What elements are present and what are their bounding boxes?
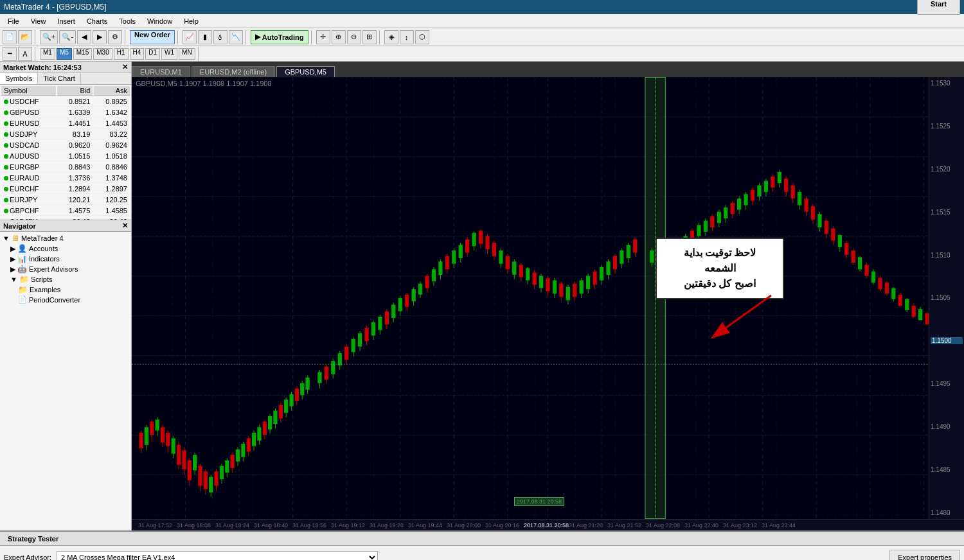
market-watch-row[interactable]: GBPCHF 1.4575 1.4585 xyxy=(1,206,130,216)
svg-line-284 xyxy=(726,295,771,328)
tf-m5[interactable]: M5 xyxy=(57,48,72,60)
svg-rect-56 xyxy=(209,477,213,493)
market-watch-row[interactable]: EURCHF 1.2894 1.2897 xyxy=(1,184,130,194)
svg-rect-220 xyxy=(751,189,754,200)
tf-w1[interactable]: W1 xyxy=(161,48,177,60)
tf-m15[interactable]: M15 xyxy=(73,48,92,60)
zoom-out-btn[interactable]: ⊖ xyxy=(347,30,361,44)
market-watch-row[interactable]: USDCAD 0.9620 0.9624 xyxy=(1,141,130,150)
bottom-panel-header: Strategy Tester Start xyxy=(0,532,964,546)
market-watch-row[interactable]: USDCHF 0.8921 0.8925 xyxy=(1,97,130,107)
line-tool[interactable]: ━ xyxy=(3,47,17,61)
mw-bid: 1.2894 xyxy=(57,184,93,194)
zoom-out-chart[interactable]: 🔍- xyxy=(59,30,76,44)
market-watch-row[interactable]: EURUSD 1.4451 1.4453 xyxy=(1,119,130,128)
st-row-expert: Expert Advisor: 2 MA Crosses Mega filter… xyxy=(4,550,960,560)
zoom-in-btn[interactable]: ⊕ xyxy=(332,30,346,44)
open-btn[interactable]: 📂 xyxy=(18,30,32,44)
indicator-btn[interactable]: 📈 xyxy=(183,30,197,44)
tsep1 xyxy=(35,47,37,61)
new-chart-btn[interactable]: 📄 xyxy=(3,30,17,44)
tf-m30[interactable]: M30 xyxy=(93,48,112,60)
tf-h4[interactable]: H4 xyxy=(130,48,145,60)
chart-canvas[interactable]: GBPUSD,M5 1.1907 1.1908 1.1907 1.1908 xyxy=(132,77,964,519)
nav-examples[interactable]: 📁 Examples xyxy=(0,284,131,295)
new-order-button[interactable]: New Order xyxy=(130,30,175,44)
nav-root[interactable]: ▼ 🖥 MetaTrader 4 xyxy=(0,233,131,243)
tab-tick-chart[interactable]: Tick Chart xyxy=(38,73,81,84)
mw-ask: 1.3748 xyxy=(94,173,130,183)
market-watch-row[interactable]: GBPUSD 1.6339 1.6342 xyxy=(1,108,130,118)
scroll-left[interactable]: ◀ xyxy=(77,30,91,44)
navigator-close[interactable]: ✕ xyxy=(122,222,128,230)
tf-mn[interactable]: MN xyxy=(179,48,195,60)
tf-d1[interactable]: D1 xyxy=(145,48,160,60)
market-watch-row[interactable]: AUDUSD 1.0515 1.0518 xyxy=(1,152,130,161)
period-sep-btn[interactable]: ⊞ xyxy=(362,30,377,44)
svg-rect-106 xyxy=(358,333,362,347)
market-watch-row[interactable]: USDJPY 83.19 83.22 xyxy=(1,130,130,139)
menu-tools[interactable]: Tools xyxy=(114,16,141,26)
zoom-in-chart[interactable]: 🔍+ xyxy=(40,30,58,44)
tf-m1[interactable]: M1 xyxy=(40,48,55,60)
menu-insert[interactable]: Insert xyxy=(52,16,80,26)
svg-rect-188 xyxy=(633,240,637,253)
svg-rect-174 xyxy=(586,276,590,290)
nav-accounts[interactable]: ▶ 👤 Accounts xyxy=(0,243,131,254)
svg-rect-148 xyxy=(499,250,503,264)
mw-bid: 0.8921 xyxy=(57,97,93,107)
menu-file[interactable]: File xyxy=(3,16,24,26)
market-watch-row[interactable]: CADJPY 86.43 86.49 xyxy=(1,217,130,220)
nav-tree: ▼ 🖥 MetaTrader 4 ▶ 👤 Accounts ▶ 📊 Indica… xyxy=(0,232,131,306)
market-watch-close[interactable]: ✕ xyxy=(122,63,128,71)
chart-type-line[interactable]: 📉 xyxy=(229,30,243,44)
svg-rect-124 xyxy=(418,284,422,295)
menu-window[interactable]: Window xyxy=(142,16,177,26)
nav-scripts-icon: 📁 xyxy=(19,275,29,284)
crosshair-btn[interactable]: ✛ xyxy=(316,30,330,44)
text-tool[interactable]: A xyxy=(18,47,32,61)
svg-rect-266 xyxy=(905,299,909,310)
market-watch-scroll[interactable]: Symbol Bid Ask USDCHF 0.8921 0.8925 GBPU… xyxy=(0,85,131,220)
chart-tab-eurusd-m2[interactable]: EURUSD,M2 (offline) xyxy=(192,66,275,77)
arrow-btn[interactable]: ↕ xyxy=(400,30,414,44)
chart-type-bar[interactable]: ▮ xyxy=(198,30,212,44)
nav-accounts-arrow: ▶ xyxy=(10,245,15,253)
menu-help[interactable]: Help xyxy=(179,16,204,26)
chart-type-candle[interactable]: 🕯 xyxy=(213,30,228,44)
obj-btn[interactable]: ⬡ xyxy=(415,30,429,44)
expert-selector[interactable]: 2 MA Crosses Mega filter EA V1.ex4 xyxy=(57,551,378,560)
nav-scripts[interactable]: ▼ 📁 Scripts xyxy=(0,274,131,284)
st-start-button[interactable]: Start xyxy=(917,0,960,15)
ts-1: 31 Aug 17:52 xyxy=(138,522,177,529)
nav-accounts-icon: 👤 xyxy=(17,244,27,253)
expert-properties-button[interactable]: Expert properties xyxy=(889,550,960,560)
nav-examples-label: Examples xyxy=(30,286,60,293)
svg-rect-208 xyxy=(710,216,714,227)
props-btn[interactable]: ⚙ xyxy=(108,30,122,44)
svg-rect-62 xyxy=(225,460,229,473)
svg-rect-98 xyxy=(331,361,335,374)
nav-expert-advisors[interactable]: ▶ 🤖 Expert Advisors xyxy=(0,264,131,274)
sep4 xyxy=(245,30,248,44)
scroll-right[interactable]: ▶ xyxy=(93,30,107,44)
nav-period-converter[interactable]: 📄 PeriodConverter xyxy=(0,295,131,304)
svg-rect-110 xyxy=(371,322,375,336)
tf-h1[interactable]: H1 xyxy=(114,48,129,60)
nav-indicators[interactable]: ▶ 📊 Indicators xyxy=(0,254,131,264)
tab-symbols[interactable]: Symbols xyxy=(0,73,38,84)
mw-ask: 120.25 xyxy=(94,195,130,205)
market-watch-row[interactable]: EURAUD 1.3736 1.3748 xyxy=(1,173,130,183)
time-scale: 31 Aug 17:52 31 Aug 18:08 31 Aug 18:24 3… xyxy=(132,519,964,530)
market-watch-row[interactable]: EURGBP 0.8843 0.8846 xyxy=(1,162,130,172)
tpl-btn[interactable]: ◈ xyxy=(384,30,398,44)
chart-tab-gbpusd-m5[interactable]: GBPUSD,M5 xyxy=(276,66,335,77)
svg-rect-172 xyxy=(580,280,584,293)
menu-view[interactable]: View xyxy=(26,16,51,26)
mw-symbol: EURAUD xyxy=(1,173,56,183)
chart-tab-eurusd-m1[interactable]: EURUSD,M1 xyxy=(132,66,190,77)
autotrading-button[interactable]: ▶ AutoTrading xyxy=(251,30,308,44)
svg-rect-92 xyxy=(305,378,309,390)
menu-charts[interactable]: Charts xyxy=(82,16,112,26)
market-watch-row[interactable]: EURJPY 120.21 120.25 xyxy=(1,195,130,205)
